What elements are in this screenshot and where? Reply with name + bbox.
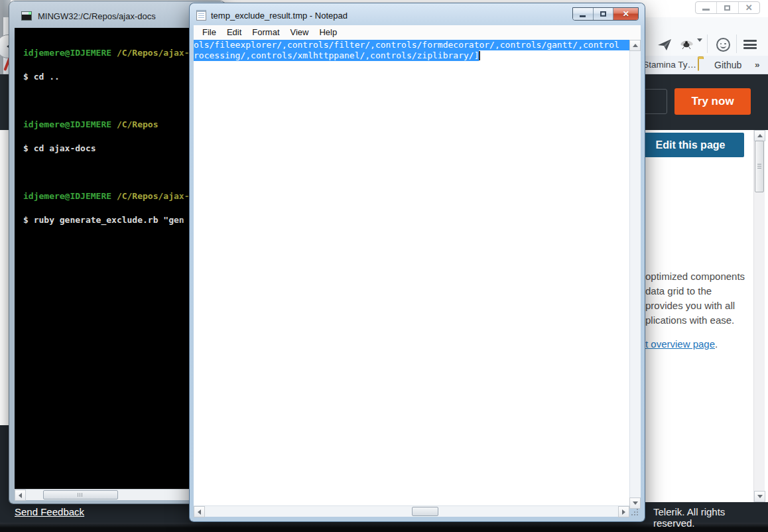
browser-restore-button[interactable] — [717, 2, 738, 13]
menu-format[interactable]: Format — [247, 25, 285, 40]
minimize-icon — [580, 15, 586, 17]
browser-menu-button[interactable] — [741, 36, 759, 53]
selected-text-line-2-wrap: rocessing/,controls/xmlhttppanel/,contro… — [194, 50, 629, 61]
thumb-grip — [757, 164, 761, 168]
text-fragment: optimized components — [645, 269, 758, 284]
menu-help[interactable]: Help — [314, 25, 342, 40]
grip-dots-icon — [637, 514, 638, 515]
terminal-scrollbar-thumb[interactable] — [43, 490, 118, 499]
fly-icon — [679, 38, 694, 50]
terminal-prompt-line: idjemere@IDJEMERE /C/Repos — [23, 121, 210, 129]
notepad-maximize-button[interactable] — [594, 8, 614, 20]
terminal-user: idjemere@IDJEMERE — [23, 119, 111, 129]
send-button[interactable] — [656, 36, 673, 53]
body-text-fragments: optimized components data grid to the pr… — [645, 269, 758, 328]
text-fragment: data grid to the — [645, 284, 758, 299]
toolbar-separator — [707, 34, 708, 53]
terminal-title: MINGW32:/C/Repos/ajax-docs — [38, 11, 156, 21]
notepad-window: temp_exclude_result.tmp - Notepad ✕ File… — [190, 3, 645, 521]
resize-grip[interactable] — [631, 508, 639, 516]
terminal-scroll-left-button[interactable] — [15, 490, 26, 501]
text-caret — [479, 51, 480, 60]
menu-edit[interactable]: Edit — [222, 25, 247, 40]
folder-icon — [698, 58, 699, 71]
minimize-icon — [702, 9, 710, 11]
paper-plane-icon — [657, 38, 672, 51]
browser-close-button[interactable]: ✕ — [739, 2, 759, 13]
notepad-minimize-button[interactable] — [573, 8, 594, 20]
close-icon: ✕ — [745, 3, 753, 12]
restore-icon — [724, 5, 730, 11]
notepad-scroll-right-button[interactable] — [618, 506, 629, 517]
notepad-horizontal-scrollbar[interactable] — [194, 505, 629, 517]
notepad-window-controls: ✕ — [572, 7, 639, 21]
notepad-titlebar[interactable]: temp_exclude_result.tmp - Notepad — [196, 10, 348, 21]
fly-extension-button[interactable] — [678, 36, 695, 53]
send-feedback-link[interactable]: Send Feedback — [15, 506, 84, 517]
selected-text-line-2: rocessing/,controls/xmlhttppanel/,contro… — [194, 50, 479, 61]
terminal-blank-line — [23, 97, 210, 105]
menu-view[interactable]: View — [285, 25, 314, 40]
terminal-command: $ ruby generate_exclude.rb "gen — [23, 216, 210, 224]
arrow-up-icon — [757, 134, 763, 137]
terminal-prompt-line: idjemere@IDJEMERE /C/Repos/ajax-docs — [23, 49, 210, 57]
try-now-button[interactable]: Try now — [674, 88, 751, 115]
notepad-menubar: File Edit Format View Help — [194, 25, 641, 40]
overview-link-line: t overview page. — [645, 338, 718, 350]
copyright-text: Telerik. All rights reserved. — [653, 506, 768, 529]
terminal-command: $ cd .. — [23, 73, 210, 81]
browser-minimize-button[interactable] — [696, 2, 717, 13]
selected-text-line-1: ols/fileexplorer/,controls/filter/,contr… — [194, 40, 629, 50]
notepad-text-area[interactable]: ols/fileexplorer/,controls/filter/,contr… — [194, 40, 629, 509]
terminal-titlebar[interactable]: MINGW32:/C/Repos/ajax-docs — [13, 9, 212, 23]
page-scroll-up-button[interactable] — [754, 130, 765, 141]
terminal-command: $ cd ajax-docs — [23, 145, 210, 153]
terminal-output: idjemere@IDJEMERE /C/Repos/ajax-docs $ c… — [23, 33, 210, 240]
browser-window-controls: ✕ — [695, 1, 760, 14]
text-fragment: provides you with all — [645, 299, 758, 313]
terminal-blank-line — [23, 168, 210, 176]
notepad-close-button[interactable]: ✕ — [613, 8, 638, 20]
dropdown-caret-button[interactable] — [697, 42, 702, 54]
arrow-left-icon — [19, 493, 22, 498]
thumb-grip — [78, 493, 84, 497]
notepad-scroll-left-button[interactable] — [194, 506, 205, 517]
arrow-up-icon — [633, 44, 638, 47]
bookmark-folder-github[interactable]: Github — [714, 56, 741, 74]
terminal-path: /C/Repos — [111, 119, 158, 129]
link-suffix: . — [715, 338, 718, 350]
terminal-prompt-line: idjemere@IDJEMERE /C/Repos/ajax-docs — [23, 192, 210, 200]
arrow-left-icon — [198, 509, 201, 515]
notepad-scroll-down-button[interactable] — [629, 498, 641, 509]
edit-this-page-button[interactable]: Edit this page — [637, 133, 744, 157]
arrow-right-icon — [622, 509, 625, 515]
close-icon: ✕ — [623, 10, 629, 18]
arrow-down-icon — [757, 495, 763, 498]
text-fragment: plications with ease. — [645, 313, 758, 328]
notepad-scroll-up-button[interactable] — [629, 40, 641, 51]
console-icon — [21, 11, 32, 21]
maximize-icon — [600, 11, 606, 17]
notepad-vertical-scrollbar[interactable] — [629, 40, 641, 509]
toolbar-separator-2 — [736, 34, 737, 53]
smiley-icon — [716, 38, 730, 52]
notepad-scrollbar-thumb[interactable] — [412, 507, 438, 516]
menu-file[interactable]: File — [197, 25, 222, 40]
terminal-user: idjemere@IDJEMERE — [23, 191, 111, 201]
notepad-title: temp_exclude_result.tmp - Notepad — [211, 11, 348, 21]
feedback-button[interactable] — [714, 36, 732, 53]
arrow-down-icon — [633, 501, 638, 505]
overview-page-link[interactable]: t overview page — [645, 338, 715, 350]
page-scrollbar[interactable] — [753, 130, 765, 502]
page-scroll-down-button[interactable] — [754, 491, 765, 502]
notepad-icon — [196, 10, 206, 21]
hamburger-icon — [743, 40, 757, 49]
page-scrollbar-thumb[interactable] — [755, 141, 764, 192]
bookmarks-overflow-chevron[interactable]: » — [755, 56, 760, 74]
chevron-down-icon — [697, 38, 702, 53]
terminal-user: idjemere@IDJEMERE — [23, 48, 111, 58]
